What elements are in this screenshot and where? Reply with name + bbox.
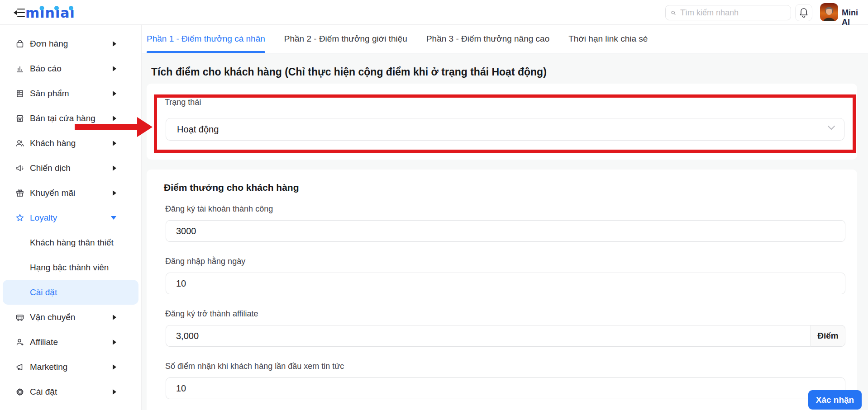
avatar[interactable] [820,3,838,21]
campaign-icon [15,163,25,173]
quick-search [665,5,791,20]
chevron-down-icon [111,216,116,220]
storefront-icon [15,113,25,123]
input-dang-ky-affiliate[interactable] [166,325,811,347]
person-plus-icon [15,337,25,347]
section-title: Điểm thưởng cho khách hàng [164,182,299,193]
chevron-right-icon [113,315,116,320]
svg-text:mınıaı: mınıaı [25,5,75,20]
field-label-dang-ky-tai-khoan: Đăng ký tài khoản thành công [165,204,273,214]
reward-points-card: Điểm thưởng cho khách hàng Đăng ký tài k… [147,170,857,410]
tab-phan-2[interactable]: Phần 2 - Điểm thưởng giới thiệu [284,25,407,53]
search-icon [671,9,676,17]
sidebar-item-khuyen-mai[interactable]: Khuyến mãi [0,180,141,205]
chevron-right-icon [113,165,116,171]
status-label: Trạng thái [165,98,201,107]
chevron-right-icon [113,190,116,196]
sidebar-item-chien-dich[interactable]: Chiến dịch [0,156,141,180]
shopping-bag-icon [15,39,25,49]
customers-icon [15,138,25,148]
star-icon [15,213,25,223]
header: mınıaı Min [0,0,868,25]
tab-bar: Phần 1 - Điểm thưởng cá nhân Phần 2 - Đi… [142,25,868,53]
sidebar-item-ban-tai-cua-hang[interactable]: Bán tại cửa hàng [0,106,141,131]
field-label-xem-tin-tuc: Số điểm nhận khi khách hàng lần đầu xem … [165,362,344,371]
sidebar-item-cai-dat-loyalty[interactable]: Cài đặt [3,280,138,305]
chevron-right-icon [113,116,116,121]
sidebar-item-affiliate[interactable]: Affiliate [0,330,141,354]
sidebar-item-bao-cao[interactable]: Báo cáo [0,56,141,81]
user-name[interactable]: Mini AI [842,8,868,27]
input-dang-nhap-hang-ngay[interactable] [166,273,845,294]
status-select[interactable]: Hoạt động [166,118,844,141]
product-box-icon [15,89,25,99]
sidebar-item-san-pham[interactable]: Sản phẩm [0,81,141,106]
collapse-sidebar-icon[interactable] [14,7,25,18]
delivery-van-icon [15,312,25,322]
status-card: Trạng thái Hoạt động [147,84,857,160]
sidebar-item-khach-hang[interactable]: Khách hàng [0,131,141,156]
miniai-logo[interactable]: mınıaı [25,5,80,20]
chevron-right-icon [113,389,116,395]
sidebar: Đơn hàng Báo cáo Sản phẩm [0,25,142,410]
tab-phan-3[interactable]: Phần 3 - Điểm thưởng nâng cao [426,25,549,53]
search-input[interactable] [680,8,785,18]
bar-chart-icon [15,64,25,74]
megaphone-icon [15,362,25,372]
sidebar-item-hang-bac-thanh-vien[interactable]: Hạng bậc thành viên [0,255,141,280]
tab-thoi-han-link[interactable]: Thời hạn link chia sẻ [568,25,648,53]
bell-icon [799,8,808,18]
status-select-value: Hoạt động [177,124,219,135]
field-label-dang-nhap-hang-ngay: Đăng nhập hằng ngày [165,257,245,266]
sidebar-item-van-chuyen[interactable]: Vận chuyển [0,305,141,330]
field-label-dang-ky-affiliate: Đăng ký trở thành affiliate [165,309,258,319]
input-suffix-diem: Điểm [811,325,845,347]
sidebar-item-don-hang[interactable]: Đơn hàng [0,31,141,56]
confirm-button[interactable]: Xác nhận [808,390,862,410]
sidebar-item-cai-dat[interactable]: Cài đặt [0,379,141,404]
sidebar-item-loyalty[interactable]: Loyalty [0,205,141,230]
input-dang-ky-tai-khoan[interactable] [166,220,845,242]
chevron-right-icon [113,141,116,146]
tab-phan-1[interactable]: Phần 1 - Điểm thưởng cá nhân [147,25,265,53]
input-xem-tin-tuc[interactable] [166,377,845,399]
chevron-right-icon [113,41,116,47]
gift-icon [15,188,25,198]
chevron-right-icon [113,364,116,370]
page-title: Tích điểm cho khách hàng (Chỉ thực hiện … [151,66,547,78]
gear-icon [15,387,25,397]
chevron-down-icon [828,126,835,130]
chevron-right-icon [113,66,116,71]
sidebar-item-khach-hang-than-thiet[interactable]: Khách hàng thân thiết [0,230,141,255]
chevron-right-icon [113,91,116,96]
chevron-right-icon [113,339,116,345]
sidebar-item-marketing[interactable]: Marketing [0,354,141,379]
notification-button[interactable] [795,4,812,21]
